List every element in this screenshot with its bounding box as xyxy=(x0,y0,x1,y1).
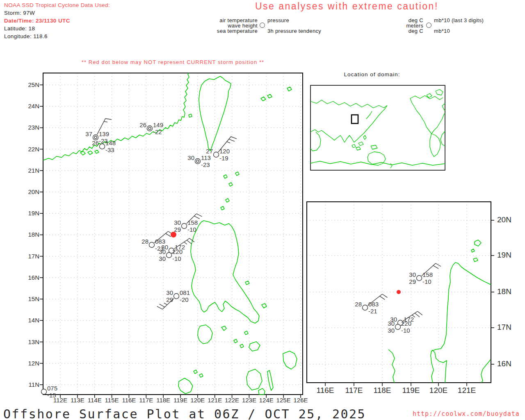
wind-barb-icon xyxy=(433,265,438,269)
x-axis-label: 121E xyxy=(206,397,224,404)
world-coastline xyxy=(328,135,340,140)
negros-island xyxy=(258,388,265,395)
station-pressure-tendency: -23 xyxy=(201,161,210,168)
station-pressure: 220 xyxy=(401,320,411,327)
world-coastline xyxy=(431,113,445,134)
wind-barb-icon xyxy=(227,142,230,143)
legend-unit-degc-bottom: deg C xyxy=(386,28,423,34)
batanes-islet xyxy=(235,172,239,176)
station-pressure-tendency: -10 xyxy=(422,278,431,285)
wind-barb-icon xyxy=(415,313,420,317)
world-coastline xyxy=(310,132,321,151)
station-circle-icon xyxy=(182,224,187,229)
x-axis-label: 113E xyxy=(68,397,87,404)
inset-x-axis-label: 121E xyxy=(454,386,479,395)
legend-unit-mb10-bottom: mb*10 xyxy=(434,28,450,34)
palawan-island xyxy=(178,378,193,394)
polillo-islet xyxy=(245,281,249,285)
ryukyu-islet xyxy=(267,94,272,98)
world-coastline xyxy=(340,135,354,142)
wind-barb-icon xyxy=(194,216,199,219)
y-axis-label: 19N xyxy=(23,210,39,217)
wind-barb-icon xyxy=(160,304,165,307)
ryukyu-islet xyxy=(261,97,266,101)
station-circle-icon xyxy=(214,152,219,158)
station-pressure: 113 xyxy=(201,154,211,161)
station-air-temp: 30 xyxy=(187,154,194,161)
x-axis-label: 115E xyxy=(103,397,121,404)
station-circle-icon xyxy=(395,324,401,330)
station-pressure-tendency: -10 xyxy=(401,327,410,334)
cebu-island xyxy=(267,370,273,390)
catanduanes-islet xyxy=(262,304,267,308)
y-axis-label: 24N xyxy=(23,103,39,110)
station-air-temp: 30 xyxy=(174,219,181,226)
wind-barb-icon xyxy=(382,294,387,297)
noaa-data-label: NOAA SSD Tropical Cyclone Data Used: xyxy=(4,2,110,8)
station-circle-icon xyxy=(147,126,153,131)
y-axis-label: 21N xyxy=(23,167,39,174)
wind-barb-icon xyxy=(166,233,171,237)
mindoro-island xyxy=(198,325,212,344)
station-pressure-tendency: -22 xyxy=(153,128,162,135)
x-axis-label: 126E xyxy=(292,397,310,404)
inset-x-axis-label: 119E xyxy=(399,386,423,395)
longitude-label: Longitude: 118.6 xyxy=(4,33,48,39)
world-coastline xyxy=(310,130,328,135)
station-pressure: 081 xyxy=(180,289,190,296)
wind-barb-icon xyxy=(196,214,202,217)
legend-station-circle-icon xyxy=(426,23,431,28)
station-sea-temp: 29 xyxy=(409,278,416,285)
wind-barb-icon xyxy=(157,306,162,309)
wind-barb-icon xyxy=(380,296,385,299)
x-axis-label: 114E xyxy=(86,397,104,404)
source-url[interactable]: http://coolwx.com/buoydata xyxy=(413,410,520,418)
x-axis-label: 120E xyxy=(189,397,207,404)
x-axis-label: 116E xyxy=(120,397,138,404)
station-circle-icon xyxy=(174,294,179,299)
offshore-surface-plot-page: 37139-2326148-3326149-2227120-1930113-23… xyxy=(0,0,525,420)
x-axis-label: 117E xyxy=(137,397,155,404)
marinduque-islet xyxy=(221,326,226,331)
batanes-islet xyxy=(226,199,229,202)
world-coastline xyxy=(410,96,443,100)
station-pressure: 148 xyxy=(105,139,116,146)
y-axis-label: 20N xyxy=(23,188,39,195)
y-axis-label: 22N xyxy=(23,146,39,153)
y-axis-label: 18N xyxy=(23,231,39,238)
station-air-temp: 37 xyxy=(85,130,92,137)
y-axis-label: 23N xyxy=(23,124,39,131)
station-circle-icon xyxy=(417,276,422,281)
x-axis-label: 119E xyxy=(171,397,189,404)
world-coastline xyxy=(352,144,356,148)
wind-barb-icon xyxy=(104,121,107,122)
world-coastline xyxy=(354,105,387,142)
romblon-islet xyxy=(234,339,237,343)
inset-coastline xyxy=(471,249,475,252)
coastal-islet xyxy=(80,151,85,155)
station-pressure: 149 xyxy=(153,121,163,128)
station-circle-icon xyxy=(149,242,155,248)
wind-barb-icon xyxy=(164,303,167,305)
station-pressure: 158 xyxy=(187,219,198,226)
station-sea-temp: 29 xyxy=(174,226,181,233)
world-coastline xyxy=(310,100,387,108)
station-pressure-tendency: -21 xyxy=(368,308,377,315)
inset-coastline xyxy=(473,258,478,262)
station-pressure-tendency: -19 xyxy=(219,155,228,162)
y-axis-label: 15N xyxy=(23,295,39,302)
world-coastline xyxy=(436,89,443,95)
world-coastline xyxy=(410,98,431,134)
station-circle-icon xyxy=(41,389,47,395)
inset-y-axis-label: 18N xyxy=(497,287,522,296)
calamian-islet xyxy=(194,370,197,374)
station-circle-icon xyxy=(363,305,368,310)
world-coastline xyxy=(356,147,361,150)
station-pressure-tendency: -10 xyxy=(187,226,196,233)
domain-location-box xyxy=(352,115,358,123)
inset-coastline xyxy=(388,349,395,383)
latitude-label: Latitude: 18 xyxy=(4,25,35,32)
x-axis-label: 123E xyxy=(240,397,258,404)
samar-island xyxy=(283,351,297,369)
station-air-temp: 26 xyxy=(92,139,99,146)
